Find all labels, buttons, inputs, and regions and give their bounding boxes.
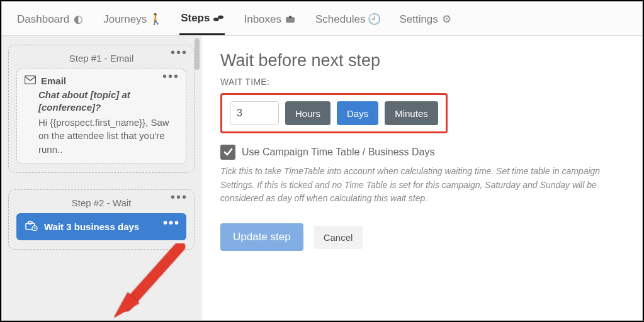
tab-schedules[interactable]: Schedules 🕘 <box>314 8 380 35</box>
wait-time-label: WAIT TIME: <box>220 77 623 87</box>
gauge-icon: ◐ <box>73 14 83 25</box>
inbox-icon <box>285 14 295 25</box>
svg-point-1 <box>218 16 224 19</box>
tab-inboxes[interactable]: Inboxes <box>242 8 297 35</box>
unit-hours-button[interactable]: Hours <box>285 101 330 125</box>
step-1-card[interactable]: ••• Step #1 - Email ••• Email Chat about… <box>8 45 195 173</box>
steps-icon <box>213 13 223 23</box>
tab-schedules-label: Schedules <box>315 13 365 26</box>
tab-settings[interactable]: Settings ⚙ <box>398 8 453 35</box>
wait-value-input[interactable] <box>230 101 279 125</box>
step-1-email-menu-icon[interactable]: ••• <box>162 73 179 79</box>
tab-steps[interactable]: Steps <box>179 8 225 35</box>
svg-rect-6 <box>28 221 32 224</box>
envelope-icon <box>25 75 36 86</box>
svg-marker-8 <box>114 292 139 318</box>
tab-steps-label: Steps <box>181 12 210 25</box>
wait-time-highlight: Hours Days Minutes <box>220 93 448 133</box>
scrollbar-thumb[interactable] <box>195 38 200 70</box>
step-2-title: Step #2 - Wait <box>16 197 186 208</box>
gear-icon: ⚙ <box>442 14 452 25</box>
briefcase-clock-icon <box>25 221 38 233</box>
svg-rect-4 <box>25 76 36 84</box>
tab-journeys-label: Journeys <box>103 13 147 26</box>
step-1-email-box[interactable]: ••• Email Chat about [topic] at [confere… <box>16 69 186 164</box>
steps-sidebar: ••• Step #1 - Email ••• Email Chat about… <box>2 36 201 320</box>
step-2-card[interactable]: ••• Step #2 - Wait Wait 3 business days … <box>8 189 195 250</box>
walk-icon: 🚶 <box>150 14 161 25</box>
svg-rect-3 <box>289 16 291 18</box>
business-days-label: Use Campaign Time Table / Business Days <box>242 147 435 158</box>
clock-icon: 🕘 <box>369 14 379 25</box>
business-days-help: Tick this to take TimeTable into account… <box>220 165 623 206</box>
step-2-menu-icon[interactable]: ••• <box>171 194 188 200</box>
tab-dashboard[interactable]: Dashboard ◐ <box>16 8 84 35</box>
wait-chip-menu-icon[interactable]: ••• <box>163 219 180 226</box>
step-1-title: Step #1 - Email <box>16 53 186 64</box>
svg-point-0 <box>213 18 219 21</box>
main-panel: Wait before next step WAIT TIME: Hours D… <box>201 36 642 320</box>
email-preview: Hi {{prospect.first_name}}, Saw on the a… <box>38 116 178 157</box>
step-1-menu-icon[interactable]: ••• <box>171 49 188 55</box>
business-days-checkbox[interactable] <box>220 145 235 160</box>
tab-inboxes-label: Inboxes <box>244 13 281 26</box>
update-step-button[interactable]: Update step <box>220 223 303 251</box>
cancel-button[interactable]: Cancel <box>314 226 363 249</box>
unit-minutes-button[interactable]: Minutes <box>385 101 438 125</box>
unit-days-button[interactable]: Days <box>337 101 378 125</box>
email-subject: Chat about [topic] at [conference]? <box>38 89 178 114</box>
email-label: Email <box>41 75 66 86</box>
annotation-arrow <box>114 243 189 319</box>
top-tabs: Dashboard ◐ Journeys 🚶 Steps Inboxes Sch… <box>2 2 642 36</box>
tab-journeys[interactable]: Journeys 🚶 <box>102 8 162 35</box>
tab-settings-label: Settings <box>399 13 438 26</box>
wait-chip[interactable]: Wait 3 business days ••• <box>16 213 186 240</box>
wait-chip-label: Wait 3 business days <box>44 221 139 232</box>
tab-dashboard-label: Dashboard <box>17 13 69 26</box>
page-title: Wait before next step <box>220 51 623 70</box>
